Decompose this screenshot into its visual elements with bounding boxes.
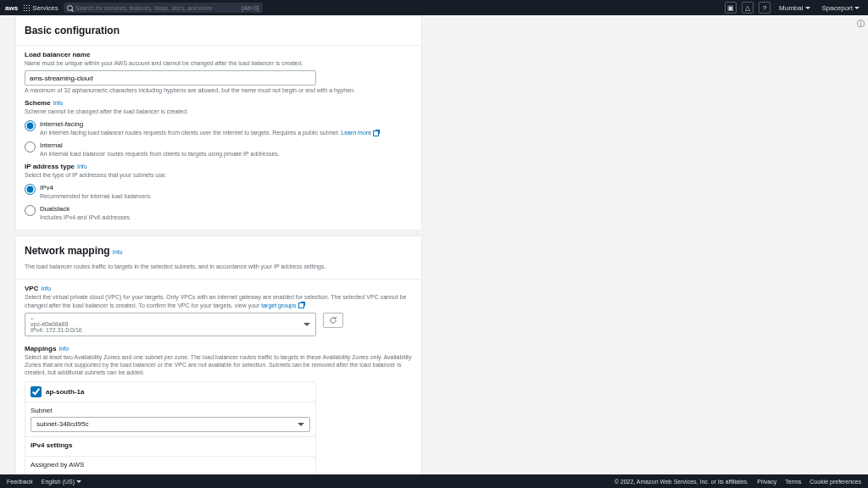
ip-info-link[interactable]: Info [77, 164, 87, 169]
services-menu[interactable]: Services [23, 4, 58, 12]
scheme-desc: Scheme cannot be changed after the load … [25, 108, 413, 115]
terms-link[interactable]: Terms [785, 479, 801, 485]
vpc-desc: Select the virtual private cloud (VPC) f… [25, 293, 413, 308]
search-shortcut: [Alt+S] [242, 5, 259, 11]
network-mapping-title: Network mappingInfo [16, 236, 421, 262]
content-area: Basic configuration Load balancer name N… [0, 15, 868, 474]
search-input[interactable] [75, 5, 239, 11]
ip-type-label: IP address typeInfo [25, 163, 413, 170]
ip-type-desc: Select the type of IP addresses that you… [25, 171, 413, 179]
ipv4-settings-value-0: Assigned by AWS [31, 461, 310, 469]
vpc-label: VPCInfo [25, 285, 413, 292]
global-search[interactable]: [Alt+S] [64, 3, 263, 13]
chevron-down-icon [298, 423, 304, 426]
ip-radio-ipv4[interactable] [25, 184, 36, 195]
ip-ipv4[interactable]: IPv4 Recommended for internal load balan… [25, 183, 413, 200]
feedback-link[interactable]: Feedback [7, 479, 33, 485]
az-name-0: ap-south-1a [46, 388, 84, 396]
subnet-label-0: Subnet [31, 407, 310, 414]
info-drawer-toggle[interactable]: ⓘ [857, 19, 865, 30]
az-box-0: ap-south-1a Subnet subnet-348cd95c IPv4 … [25, 381, 316, 474]
basic-config-panel: Basic configuration Load balancer name N… [15, 15, 422, 230]
cloudshell-icon[interactable]: ▣ [725, 2, 737, 14]
top-nav: aws Services [Alt+S] ▣ △ ? Mumbai Spacep… [0, 0, 868, 15]
lb-name-desc: Name must be unique within your AWS acco… [25, 59, 413, 67]
ipv4-settings-label-0: IPv4 settings [31, 441, 310, 449]
ip-radio-dualstack[interactable] [25, 205, 36, 216]
ip-dualstack[interactable]: Dualstack Includes IPv4 and IPv6 address… [25, 204, 413, 221]
az-checkbox-0[interactable] [31, 386, 42, 397]
vpc-select[interactable]: – vpc-e0a68a88 IPv4: 172.31.0.0/16 [25, 313, 316, 336]
scheme-radio-internet[interactable] [25, 120, 36, 131]
cookie-link[interactable]: Cookie preferences [810, 479, 861, 485]
network-info-link[interactable]: Info [113, 249, 123, 255]
target-groups-link[interactable]: target groups [261, 302, 303, 308]
mappings-desc: Select at least two Availability Zones a… [25, 353, 413, 376]
external-link-icon [298, 302, 304, 308]
services-label: Services [32, 4, 58, 12]
region-selector[interactable]: Mumbai [776, 4, 813, 12]
aws-logo[interactable]: aws [5, 4, 18, 12]
grid-icon [23, 4, 30, 11]
network-mapping-panel: Network mappingInfo The load balancer ro… [15, 236, 422, 474]
external-link-icon [373, 130, 379, 136]
vpc-refresh-button[interactable] [323, 313, 343, 328]
chevron-down-icon [303, 323, 310, 326]
language-selector[interactable]: English (US) [42, 479, 81, 485]
refresh-icon [329, 316, 337, 324]
subnet-select-0[interactable]: subnet-348cd95c [31, 417, 310, 432]
privacy-link[interactable]: Privacy [757, 479, 776, 485]
lb-name-label: Load balancer name [25, 51, 413, 58]
mappings-info-link[interactable]: Info [58, 346, 69, 352]
vpc-info-link[interactable]: Info [41, 286, 51, 291]
notifications-icon[interactable]: △ [742, 2, 754, 14]
lb-name-input[interactable] [25, 70, 316, 86]
mappings-label: MappingsInfo [25, 345, 413, 352]
scheme-learn-more-link[interactable]: Learn more [341, 130, 379, 136]
scheme-internet-facing[interactable]: Internet-facing An internet-facing load … [25, 119, 413, 136]
scheme-info-link[interactable]: Info [53, 100, 64, 106]
basic-config-title: Basic configuration [16, 16, 421, 42]
help-icon[interactable]: ? [759, 2, 771, 14]
footer: Feedback English (US) © 2022, Amazon Web… [0, 474, 868, 488]
network-desc: The load balancer routes traffic to targ… [16, 263, 421, 275]
scheme-radio-internal[interactable] [25, 141, 36, 152]
account-menu[interactable]: Spaceport [819, 4, 863, 12]
scheme-label: SchemeInfo [25, 99, 413, 107]
lb-name-hint: A maximum of 32 alphanumeric characters … [25, 86, 413, 94]
search-icon [67, 5, 73, 11]
scheme-internal[interactable]: Internal An internal load balancer route… [25, 141, 413, 158]
copyright: © 2022, Amazon Web Services, Inc. or its… [615, 479, 749, 485]
